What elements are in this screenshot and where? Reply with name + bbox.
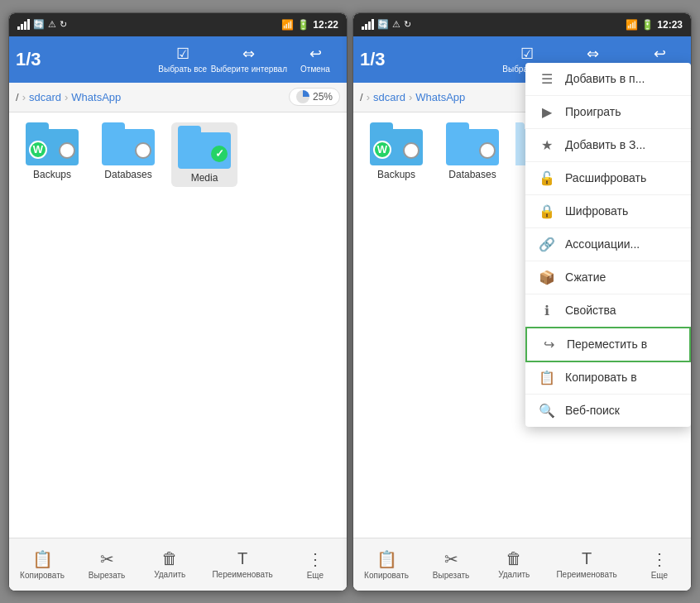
breadcrumb-sep2-left: ›	[65, 91, 68, 103]
alert-icon-right: ⚠	[392, 19, 400, 30]
status-right-info-right: 📶 🔋 12:23	[626, 19, 683, 31]
delete-btn-right[interactable]: 🗑 Удалить	[493, 549, 535, 579]
select-all-btn-left[interactable]: ☑ Выбрать все	[158, 45, 208, 74]
menu-add-to-playlist[interactable]: ☰ Добавить в п...	[525, 63, 691, 96]
rename-btn-right[interactable]: T Переименовать	[556, 549, 616, 579]
breadcrumb-sep2-right: ›	[409, 91, 412, 103]
encrypt-icon: 🔒	[539, 203, 555, 219]
info-icon: ℹ	[539, 303, 555, 318]
folder-databases-right[interactable]: Databases	[439, 122, 506, 180]
folder-icon-backups-left: W	[26, 122, 79, 165]
menu-web-search[interactable]: 🔍 Веб-поиск	[525, 395, 691, 427]
menu-decrypt[interactable]: 🔓 Расшифровать	[525, 162, 691, 195]
menu-add-bookmark[interactable]: ★ Добавить в З...	[525, 129, 691, 162]
play-icon: ▶	[539, 104, 555, 120]
time-left: 12:22	[313, 19, 338, 31]
breadcrumb-left: / › sdcard › WhatsApp 25%	[9, 83, 347, 112]
cut-btn-left[interactable]: ✂ Вырезать	[86, 549, 127, 580]
breadcrumb-whatsapp-left[interactable]: WhatsApp	[71, 91, 121, 103]
context-menu: ☰ Добавить в п... ▶ Проиграть ★ Добавить…	[525, 63, 691, 427]
cut-btn-right[interactable]: ✂ Вырезать	[430, 549, 472, 580]
battery-icon-right: 🔋	[641, 19, 654, 31]
search-icon: 🔍	[539, 403, 555, 419]
cancel-icon-left: ↩	[309, 45, 322, 63]
decrypt-icon: 🔓	[539, 170, 555, 186]
copy-icon-left: 📋	[32, 549, 53, 569]
select-circle-databases	[135, 142, 151, 159]
select-circle-databases-right	[479, 142, 496, 159]
refresh-icon-right: ↻	[404, 19, 411, 30]
more-btn-right[interactable]: ⋮ Еще	[639, 549, 680, 580]
menu-encrypt[interactable]: 🔒 Шифровать	[525, 195, 691, 228]
folder-name-media-left: Media	[191, 172, 218, 184]
delete-icon-left: 🗑	[161, 549, 178, 568]
cancel-icon-right: ↩	[654, 45, 666, 63]
file-grid-left: W Backups Databases ✓	[9, 112, 347, 538]
folder-databases-left[interactable]: Databases	[95, 122, 161, 187]
refresh-icon: ↻	[60, 19, 67, 30]
action-bar-left: 1/3 ☑ Выбрать все ⇔ Выберите интервал ↩ …	[9, 36, 347, 83]
delete-btn-left[interactable]: 🗑 Удалить	[149, 549, 190, 579]
storage-badge-left: 25%	[289, 88, 340, 106]
menu-play[interactable]: ▶ Проиграть	[525, 96, 691, 129]
folder-name-databases-left: Databases	[104, 169, 151, 180]
folder-backups-right[interactable]: W Backups	[363, 122, 429, 180]
folder-name-backups-left: Backups	[33, 169, 71, 180]
select-range-icon-left: ⇔	[242, 45, 255, 63]
select-all-icon-left: ☑	[176, 45, 189, 63]
folder-name-databases-right: Databases	[448, 169, 496, 180]
breadcrumb-whatsapp-right[interactable]: WhatsApp	[415, 91, 465, 103]
selection-count-right: 1/3	[360, 49, 386, 70]
copy-to-icon: 📋	[539, 370, 555, 385]
more-btn-left[interactable]: ⋮ Еще	[295, 549, 336, 580]
select-all-icon-right: ☑	[520, 45, 534, 63]
rename-btn-left[interactable]: T Переименовать	[212, 549, 272, 579]
bottom-bar-right: 📋 Копировать ✂ Вырезать 🗑 Удалить T Пере…	[353, 538, 691, 591]
select-range-icon-right: ⇔	[587, 45, 599, 63]
folder-name-backups-right: Backups	[377, 169, 415, 180]
whatsapp-badge-left: W	[29, 141, 47, 159]
check-badge-media: ✓	[211, 146, 228, 162]
more-icon-right: ⋮	[651, 549, 668, 569]
more-icon-left: ⋮	[307, 549, 324, 569]
breadcrumb-sdcard-right[interactable]: sdcard	[373, 91, 405, 103]
bookmark-icon: ★	[539, 137, 555, 153]
signal-icon	[17, 19, 30, 30]
left-phone: 🔄 ⚠ ↻ 📶 🔋 12:22 1/3 ☑ Выбрать все ⇔ Выбе…	[8, 12, 348, 591]
breadcrumb-root-left[interactable]: /	[16, 91, 19, 103]
status-bar-left: 🔄 ⚠ ↻ 📶 🔋 12:22	[9, 13, 347, 36]
select-circle-backups-right	[403, 142, 420, 159]
move-icon: ↪	[540, 337, 557, 352]
bottom-bar-left: 📋 Копировать ✂ Вырезать 🗑 Удалить T Пере…	[9, 538, 347, 591]
battery-icon: 🔋	[297, 19, 309, 31]
folder-icon-backups-right: W	[370, 122, 423, 165]
compress-icon: 📦	[539, 270, 555, 285]
copy-icon-right: 📋	[376, 549, 397, 569]
breadcrumb-sep1-right: ›	[367, 91, 370, 103]
folder-icon-media-left: ✓	[178, 126, 231, 169]
menu-compress[interactable]: 📦 Сжатие	[525, 261, 691, 294]
signal-icon-right	[362, 19, 374, 30]
breadcrumb-sdcard-left[interactable]: sdcard	[29, 91, 61, 103]
copy-btn-left[interactable]: 📋 Копировать	[20, 549, 65, 580]
right-phone: 🔄 ⚠ ↻ 📶 🔋 12:23 1/3 ☑ Выбрать все ⇔ Выбе…	[352, 12, 692, 591]
copy-btn-right[interactable]: 📋 Копировать	[364, 549, 409, 580]
menu-move-to[interactable]: ↪ Переместить в	[525, 327, 691, 362]
folder-media-left[interactable]: ✓ Media	[171, 122, 237, 187]
select-circle-backups	[59, 142, 75, 159]
menu-properties[interactable]: ℹ Свойства	[525, 294, 691, 328]
cut-icon-right: ✂	[444, 549, 458, 569]
playlist-icon: ☰	[539, 71, 555, 87]
cancel-btn-left[interactable]: ↩ Отмена	[290, 45, 340, 74]
menu-copy-to[interactable]: 📋 Копировать в	[525, 361, 691, 395]
breadcrumb-root-right[interactable]: /	[360, 91, 363, 103]
rename-icon-right: T	[582, 549, 592, 568]
folder-icon-databases-right	[446, 122, 499, 165]
wifi-icon: 📶	[281, 19, 294, 31]
folder-backups-left[interactable]: W Backups	[19, 122, 85, 187]
select-range-btn-left[interactable]: ⇔ Выберите интервал	[211, 45, 287, 74]
status-left-icons: 🔄 ⚠ ↻	[17, 19, 67, 30]
selection-count-left: 1/3	[16, 49, 41, 70]
rename-icon-left: T	[237, 549, 247, 568]
menu-associations[interactable]: 🔗 Ассоциации...	[525, 228, 691, 261]
